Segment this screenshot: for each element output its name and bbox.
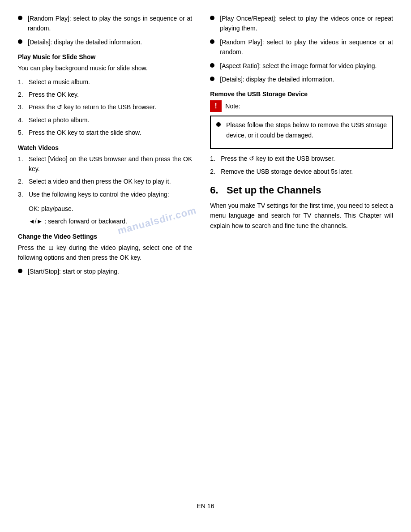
list-item: 3. Use the following keys to control the… [18,189,192,199]
warning-icon: ! [210,100,222,112]
bullet-icon [18,16,22,20]
remove-usb-steps: 1. Press the ↺ key to exit the USB brows… [210,154,393,176]
note-header: ! Note: [210,100,393,112]
section-heading-remove-usb: Remove the USB Storage Device [210,90,393,98]
bullet-text: [Random Play]: select to play the songs … [28,13,192,34]
channels-intro: When you make TV settings for the first … [210,201,393,231]
bullet-icon [18,269,22,273]
list-item: Please follow the steps below to remove … [216,120,387,140]
bullet-text: [Random Play]: select to play the videos… [220,37,393,57]
arrow-search: ◄/► : search forward or backward. [29,216,192,226]
list-item: 1. Select a music album. [18,77,192,87]
list-item: [Start/Stop]: start or stop playing. [18,266,192,276]
list-item: 2. Press the OK key. [18,90,192,99]
bullet-icon [210,63,214,68]
section-intro-play-music: You can play background music for slide … [18,63,192,73]
section-heading-watch-videos: Watch Videos [18,144,192,151]
section-heading-channels: 6. Set up the Channels [210,184,393,196]
video-settings-bullets: [Start/Stop]: start or stop playing. [18,266,192,276]
section-heading-play-music: Play Music for Slide Show [18,53,192,60]
list-item: 2. Remove the USB storage device about 5… [210,167,393,176]
bullet-icon [210,77,214,81]
bullet-icon [210,39,214,44]
bullet-text: [Start/Stop]: start or stop playing. [28,266,192,276]
top-bullets-left: [Random Play]: select to play the songs … [18,13,192,47]
list-item: [Aspect Ratio]: select the image format … [210,61,393,71]
list-item: [Random Play]: select to play the songs … [18,13,192,34]
note-box: Please follow the steps below to remove … [210,116,393,149]
list-item: [Random Play]: select to play the videos… [210,37,393,57]
left-column: [Random Play]: select to play the songs … [18,13,206,493]
page: manualsdir.com [Random Play]: select to … [0,0,411,532]
bullet-text: [Details]: display the detailed informat… [28,37,192,47]
list-item: 5. Press the OK key to start the slide s… [18,128,192,137]
section-intro-video-settings: Press the ⊡ key during the video playing… [18,243,192,263]
note-label: Note: [225,103,240,110]
bullet-icon [18,39,22,44]
bullet-text: Please follow the steps below to remove … [226,120,387,140]
section-title-channels: Set up the Channels [227,184,321,196]
section-number: 6. [210,184,218,196]
top-bullets-right: [Play Once/Repeat]: select to play the v… [210,13,393,84]
play-music-steps: 1. Select a music album. 2. Press the OK… [18,77,192,138]
note-box-bullets: Please follow the steps below to remove … [216,120,387,140]
list-item: 2. Select a video and then press the OK … [18,176,192,186]
list-item: [Play Once/Repeat]: select to play the v… [210,13,393,34]
list-item: 3. Press the ↺ key to return to the USB … [18,102,192,112]
list-item: [Details]: display the detailed informat… [18,37,192,47]
bullet-text: [Aspect Ratio]: select the image format … [220,61,393,71]
bullet-icon [210,16,214,20]
bullet-text: [Play Once/Repeat]: select to play the v… [220,13,393,34]
page-number: EN 16 [197,502,214,510]
section-heading-video-settings: Change the Video Settings [18,233,192,240]
list-item: 1. Select [Video] on the USB browser and… [18,154,192,174]
bullet-icon [216,122,221,127]
list-item: 4. Select a photo album. [18,115,192,125]
ok-play-pause: OK: play/pause. [29,204,192,214]
watch-videos-steps: 1. Select [Video] on the USB browser and… [18,154,192,200]
page-footer: EN 16 [18,502,393,510]
list-item: [Details]: display the detailed informat… [210,74,393,84]
list-item: 1. Press the ↺ key to exit the USB brows… [210,154,393,163]
right-column: [Play Once/Repeat]: select to play the v… [206,13,393,493]
bullet-text: [Details]: display the detailed informat… [220,74,393,84]
